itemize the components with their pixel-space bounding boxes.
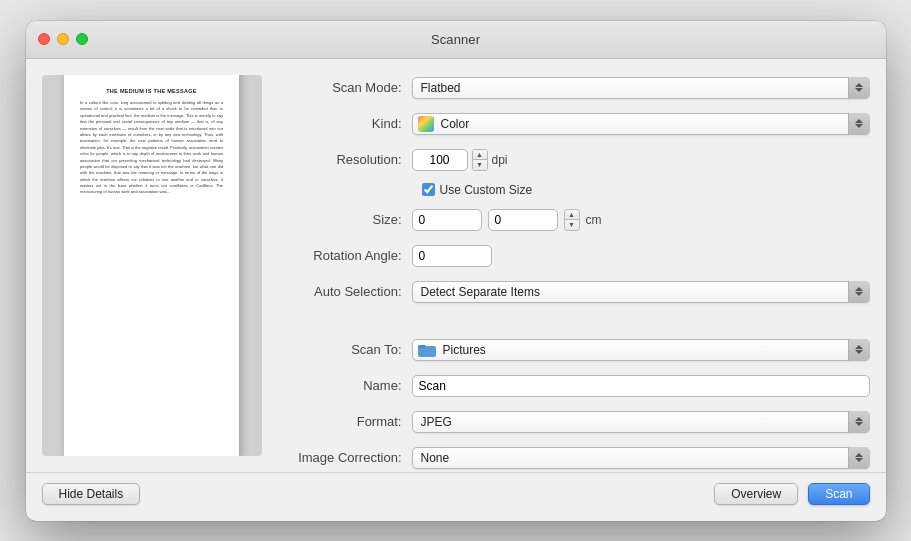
format-select-wrapper: JPEG PNG TIFF PDF bbox=[412, 411, 870, 433]
name-label: Name: bbox=[282, 378, 412, 393]
document-title: THE MEDIUM IS THE MESSAGE bbox=[80, 88, 223, 94]
document-body: In a culture like ours, long accustomed … bbox=[80, 100, 223, 196]
scan-to-label: Scan To: bbox=[282, 342, 412, 357]
resolution-control: ▲ ▼ dpi bbox=[412, 149, 870, 171]
size-unit-stepper: ▲ ▼ bbox=[564, 209, 580, 231]
resolution-input[interactable] bbox=[412, 149, 468, 171]
auto-selection-row: Auto Selection: Detect Separate Items No… bbox=[282, 279, 870, 305]
auto-selection-select-wrapper: Detect Separate Items None bbox=[412, 281, 870, 303]
scan-to-control: Pictures Documents Desktop bbox=[412, 339, 870, 361]
overview-button[interactable]: Overview bbox=[714, 483, 798, 505]
unit-increment-button[interactable]: ▲ bbox=[565, 210, 579, 221]
auto-selection-label: Auto Selection: bbox=[282, 284, 412, 299]
scan-mode-select[interactable]: Flatbed Film Scanner bbox=[412, 77, 870, 99]
auto-selection-select[interactable]: Detect Separate Items None bbox=[412, 281, 870, 303]
rotation-angle-control bbox=[412, 245, 870, 267]
custom-size-checkbox[interactable] bbox=[422, 183, 435, 196]
titlebar: Scanner bbox=[26, 21, 886, 59]
rotation-angle-label: Rotation Angle: bbox=[282, 248, 412, 263]
image-correction-select[interactable]: None Manual bbox=[412, 447, 870, 469]
resolution-increment-button[interactable]: ▲ bbox=[473, 150, 487, 161]
resolution-decrement-button[interactable]: ▼ bbox=[473, 160, 487, 170]
document-preview: THE MEDIUM IS THE MESSAGE In a culture l… bbox=[64, 75, 239, 456]
dpi-label: dpi bbox=[492, 153, 508, 167]
rotation-angle-row: Rotation Angle: bbox=[282, 243, 870, 269]
resolution-stepper: ▲ ▼ bbox=[472, 149, 488, 171]
traffic-lights bbox=[38, 33, 88, 45]
size-unit-label: cm bbox=[586, 213, 602, 227]
rotation-angle-input[interactable] bbox=[412, 245, 492, 267]
settings-panel: Scan Mode: Flatbed Film Scanner bbox=[282, 75, 870, 456]
image-correction-select-wrapper: None Manual bbox=[412, 447, 870, 469]
format-row: Format: JPEG PNG TIFF PDF bbox=[282, 409, 870, 435]
scan-to-row: Scan To: Pictures Documents Desktop bbox=[282, 337, 870, 363]
name-row: Name: bbox=[282, 373, 870, 399]
scan-to-select[interactable]: Pictures Documents Desktop bbox=[412, 339, 870, 361]
window-title: Scanner bbox=[431, 32, 480, 47]
footer: Hide Details Overview Scan bbox=[26, 472, 886, 521]
scan-button[interactable]: Scan bbox=[808, 483, 869, 505]
custom-size-label: Use Custom Size bbox=[440, 183, 533, 197]
name-control bbox=[412, 375, 870, 397]
image-correction-control: None Manual bbox=[412, 447, 870, 469]
preview-panel: THE MEDIUM IS THE MESSAGE In a culture l… bbox=[42, 75, 262, 456]
auto-selection-control: Detect Separate Items None bbox=[412, 281, 870, 303]
format-select[interactable]: JPEG PNG TIFF PDF bbox=[412, 411, 870, 433]
image-correction-label: Image Correction: bbox=[282, 450, 412, 465]
size-control: ▲ ▼ cm bbox=[412, 209, 870, 231]
custom-size-row: Use Custom Size bbox=[422, 183, 870, 197]
format-label: Format: bbox=[282, 414, 412, 429]
maximize-button[interactable] bbox=[76, 33, 88, 45]
image-correction-row: Image Correction: None Manual bbox=[282, 445, 870, 471]
format-control: JPEG PNG TIFF PDF bbox=[412, 411, 870, 433]
size-label: Size: bbox=[282, 212, 412, 227]
scan-mode-label: Scan Mode: bbox=[282, 80, 412, 95]
name-input[interactable] bbox=[412, 375, 870, 397]
kind-select[interactable]: Color Black & White Grayscale bbox=[412, 113, 870, 135]
footer-right-buttons: Overview Scan bbox=[714, 483, 869, 505]
scanner-window: Scanner THE MEDIUM IS THE MESSAGE In a c… bbox=[26, 21, 886, 521]
size-height-input[interactable] bbox=[488, 209, 558, 231]
scan-mode-select-wrapper: Flatbed Film Scanner bbox=[412, 77, 870, 99]
kind-select-wrapper: Color Black & White Grayscale bbox=[412, 113, 870, 135]
minimize-button[interactable] bbox=[57, 33, 69, 45]
scan-to-select-wrapper: Pictures Documents Desktop bbox=[412, 339, 870, 361]
scan-mode-control: Flatbed Film Scanner bbox=[412, 77, 870, 99]
resolution-row: Resolution: ▲ ▼ dpi bbox=[282, 147, 870, 173]
size-width-input[interactable] bbox=[412, 209, 482, 231]
size-row: Size: ▲ ▼ cm bbox=[282, 207, 870, 233]
hide-details-button[interactable]: Hide Details bbox=[42, 483, 141, 505]
kind-label: Kind: bbox=[282, 116, 412, 131]
resolution-label: Resolution: bbox=[282, 152, 412, 167]
content-area: THE MEDIUM IS THE MESSAGE In a culture l… bbox=[26, 59, 886, 472]
close-button[interactable] bbox=[38, 33, 50, 45]
unit-decrement-button[interactable]: ▼ bbox=[565, 220, 579, 230]
kind-control: Color Black & White Grayscale bbox=[412, 113, 870, 135]
scan-mode-row: Scan Mode: Flatbed Film Scanner bbox=[282, 75, 870, 101]
kind-row: Kind: Color Black & White Grayscale bbox=[282, 111, 870, 137]
